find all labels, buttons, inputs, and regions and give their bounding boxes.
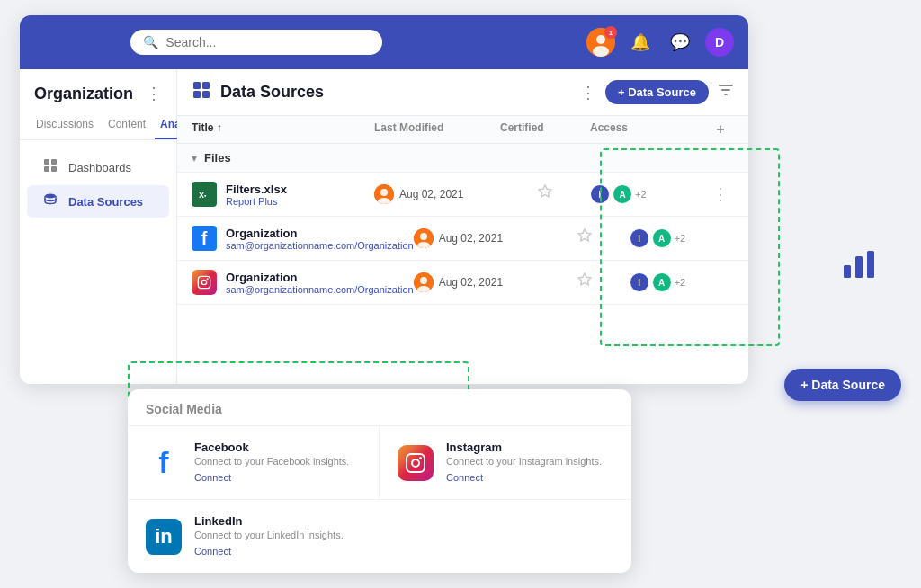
- bell-icon[interactable]: 🔔: [626, 28, 655, 57]
- panel-icon: [192, 80, 211, 104]
- svg-rect-6: [51, 166, 57, 172]
- row-subtitle: sam@organizationname.com/Organization: [226, 284, 414, 295]
- chat-icon[interactable]: 💬: [666, 28, 694, 57]
- certified-cell: [500, 184, 590, 204]
- modified-date: Aug 02, 2021: [439, 232, 503, 245]
- org-menu-btn[interactable]: ⋮: [146, 84, 162, 103]
- svg-rect-27: [844, 265, 851, 278]
- row-options-btn[interactable]: ⋮: [747, 228, 748, 248]
- access-count: +2: [675, 233, 686, 244]
- row-subtitle: sam@organizationname.com/Organization: [226, 240, 414, 251]
- panel-title: Data Sources: [220, 83, 571, 102]
- social-item-linkedin[interactable]: in LinkedIn Connect to your LinkedIn ins…: [128, 500, 380, 573]
- col-title: Title ↑: [192, 121, 374, 138]
- tab-content[interactable]: Content: [103, 114, 151, 139]
- add-datasource-btn[interactable]: + Data Source: [605, 80, 709, 104]
- modified-cell: Aug 02, 2021: [414, 228, 540, 248]
- table-row: f Organization sam@organizationname.com/…: [177, 217, 748, 261]
- svg-rect-10: [193, 91, 201, 98]
- svg-point-32: [419, 457, 422, 459]
- certified-icon: [577, 272, 593, 292]
- svg-point-7: [45, 194, 56, 199]
- col-modified: Last Modified: [374, 121, 500, 138]
- instagram-connect-link[interactable]: Connect: [446, 472, 483, 483]
- svg-rect-30: [407, 454, 425, 472]
- sidebar-item-datasources[interactable]: Data Sources: [27, 185, 169, 218]
- floating-add-datasource-btn[interactable]: + Data Source: [784, 369, 901, 401]
- facebook-desc: Connect to your Facebook insights.: [194, 456, 349, 467]
- topbar-icons: 1 🔔 💬 D: [586, 28, 734, 57]
- linkedin-brand-icon: in: [146, 519, 182, 555]
- row-subtitle: Report Plus: [226, 196, 287, 207]
- col-certified: Certified: [500, 121, 590, 138]
- row-title-info: Filters.xlsx Report Plus: [226, 183, 287, 207]
- instagram-name: Instagram: [446, 441, 602, 454]
- panel-header: Data Sources ⋮ + Data Source: [177, 69, 748, 116]
- svg-rect-29: [867, 251, 874, 278]
- bar-chart-icon: [836, 238, 881, 283]
- org-header: Organization ⋮: [20, 84, 176, 114]
- svg-rect-21: [198, 276, 210, 288]
- content-area: Organization ⋮ Discussions Content Analy…: [20, 69, 748, 384]
- modified-date: Aug 02, 2021: [439, 276, 503, 289]
- modifier-avatar: [414, 272, 434, 292]
- row-title-info: Organization sam@organizationname.com/Or…: [226, 227, 414, 251]
- linkedin-connect-link[interactable]: Connect: [194, 546, 231, 557]
- excel-icon: X ▪: [192, 182, 217, 207]
- panel-options-btn[interactable]: ⋮: [580, 83, 596, 102]
- modifier-avatar: [374, 184, 394, 204]
- access-count: +2: [675, 277, 686, 288]
- social-item-instagram[interactable]: Instagram Connect to your Instagram insi…: [380, 426, 631, 500]
- table-header: Title ↑ Last Modified Certified Access +: [177, 116, 748, 144]
- modifier-avatar: [414, 228, 434, 248]
- access-cell: I A +2: [590, 184, 707, 204]
- modified-cell: Aug 02, 2021: [374, 184, 500, 204]
- instagram-desc: Connect to your Instagram insights.: [446, 456, 602, 467]
- filter-btn[interactable]: [718, 82, 734, 102]
- access-avatar-a: A: [613, 184, 632, 204]
- svg-point-1: [596, 35, 605, 44]
- access-avatar-i: I: [630, 228, 649, 248]
- dashboard-icon: [41, 158, 59, 176]
- add-col-btn[interactable]: +: [707, 121, 734, 138]
- access-avatar-i: I: [590, 184, 610, 204]
- nav-tabs: Discussions Content Analytics: [20, 114, 176, 140]
- group-chevron-icon: ▾: [192, 152, 197, 165]
- table-row: X ▪ Filters.xlsx Report Plus: [177, 173, 748, 217]
- facebook-connect-link[interactable]: Connect: [194, 472, 231, 483]
- svg-rect-5: [44, 166, 49, 172]
- instagram-brand-icon: [398, 445, 434, 481]
- sidebar-item-dashboards-label: Dashboards: [68, 161, 131, 174]
- linkedin-info: LinkedIn Connect to your LinkedIn insigh…: [194, 514, 344, 558]
- linkedin-name: LinkedIn: [194, 514, 344, 528]
- notification-avatar[interactable]: 1: [586, 28, 615, 57]
- user-avatar[interactable]: D: [705, 28, 734, 57]
- access-avatar-a: A: [652, 228, 672, 248]
- svg-point-31: [412, 459, 419, 467]
- table-row: Organization sam@organizationname.com/Or…: [177, 261, 748, 305]
- tab-discussions[interactable]: Discussions: [31, 114, 99, 139]
- certified-icon: [577, 228, 593, 248]
- search-input[interactable]: [165, 35, 370, 49]
- row-options-btn[interactable]: ⋮: [747, 272, 748, 292]
- certified-icon: [537, 184, 553, 204]
- facebook-name: Facebook: [194, 441, 349, 454]
- search-icon: 🔍: [143, 35, 158, 49]
- modified-date: Aug 02, 2021: [399, 188, 463, 200]
- modified-cell: Aug 02, 2021: [414, 272, 540, 292]
- main-panel: Data Sources ⋮ + Data Source Title ↑ Las…: [177, 69, 748, 384]
- search-box[interactable]: 🔍: [130, 30, 382, 55]
- svg-point-16: [380, 189, 388, 196]
- row-options-btn[interactable]: ⋮: [707, 184, 734, 204]
- row-title-info: Organization sam@organizationname.com/Or…: [226, 271, 414, 295]
- row-title: Organization: [226, 227, 414, 240]
- sidebar-item-datasources-label: Data Sources: [68, 195, 143, 209]
- data-table: Title ↑ Last Modified Certified Access +…: [177, 116, 748, 384]
- access-cell: I A +2: [630, 272, 747, 292]
- social-item-facebook[interactable]: f Facebook Connect to your Facebook insi…: [128, 426, 380, 500]
- sidebar-item-dashboards[interactable]: Dashboards: [27, 151, 169, 183]
- group-files[interactable]: ▾ Files: [177, 144, 748, 173]
- row-title: Filters.xlsx: [226, 183, 287, 196]
- svg-rect-11: [202, 91, 210, 98]
- access-cell: I A +2: [630, 228, 747, 248]
